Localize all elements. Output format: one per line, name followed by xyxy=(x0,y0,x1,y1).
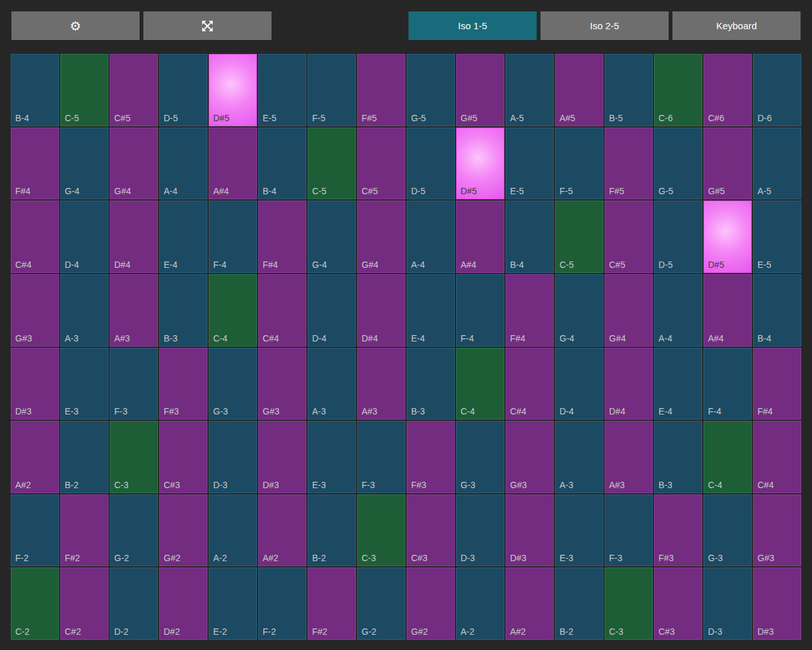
note-pad-F#2[interactable]: F#2 xyxy=(308,567,356,640)
note-pad-E-4[interactable]: E-4 xyxy=(654,348,702,420)
note-pad-D#5[interactable]: D#5 xyxy=(456,128,504,200)
note-pad-F-5[interactable]: F-5 xyxy=(555,128,603,200)
note-pad-C#4[interactable]: C#4 xyxy=(11,201,59,273)
note-pad-E-3[interactable]: E-3 xyxy=(555,494,603,567)
note-pad-A#3[interactable]: A#3 xyxy=(357,348,405,420)
note-pad-A-2[interactable]: A-2 xyxy=(456,567,504,640)
note-pad-B-2[interactable]: B-2 xyxy=(60,421,108,493)
note-pad-F-5[interactable]: F-5 xyxy=(308,54,356,126)
note-pad-B-5[interactable]: B-5 xyxy=(605,54,653,126)
tab-iso-2-5[interactable]: Iso 2-5 xyxy=(540,11,669,40)
note-pad-F-2[interactable]: F-2 xyxy=(258,567,306,640)
note-pad-C-2[interactable]: C-2 xyxy=(11,567,59,640)
note-pad-F-4[interactable]: F-4 xyxy=(209,201,257,273)
note-pad-E-3[interactable]: E-3 xyxy=(60,348,108,420)
note-pad-D-3[interactable]: D-3 xyxy=(704,567,752,640)
note-pad-G#2[interactable]: G#2 xyxy=(159,494,207,567)
note-pad-C-4[interactable]: C-4 xyxy=(704,421,752,493)
note-pad-C#2[interactable]: C#2 xyxy=(60,567,108,640)
note-pad-B-4[interactable]: B-4 xyxy=(258,128,306,200)
note-pad-D#4[interactable]: D#4 xyxy=(110,201,158,273)
note-pad-A#2[interactable]: A#2 xyxy=(11,421,59,493)
note-pad-C-4[interactable]: C-4 xyxy=(456,348,504,420)
note-pad-C#5[interactable]: C#5 xyxy=(110,54,158,126)
note-pad-F-4[interactable]: F-4 xyxy=(456,274,504,347)
note-pad-C#5[interactable]: C#5 xyxy=(357,128,405,200)
note-pad-E-5[interactable]: E-5 xyxy=(258,54,306,126)
note-pad-G-2[interactable]: G-2 xyxy=(110,494,158,567)
note-pad-B-4[interactable]: B-4 xyxy=(753,274,801,347)
note-pad-F-2[interactable]: F-2 xyxy=(11,494,59,567)
note-pad-D-4[interactable]: D-4 xyxy=(308,274,356,347)
note-pad-F-4[interactable]: F-4 xyxy=(704,348,752,420)
note-pad-D-3[interactable]: D-3 xyxy=(456,494,504,567)
note-pad-C-3[interactable]: C-3 xyxy=(357,494,405,567)
note-pad-D#4[interactable]: D#4 xyxy=(357,274,405,347)
note-pad-B-2[interactable]: B-2 xyxy=(555,567,603,640)
note-pad-E-3[interactable]: E-3 xyxy=(308,421,356,493)
note-pad-B-3[interactable]: B-3 xyxy=(407,348,455,420)
note-pad-D#5[interactable]: D#5 xyxy=(209,54,257,126)
note-pad-F#3[interactable]: F#3 xyxy=(159,348,207,420)
note-pad-C#4[interactable]: C#4 xyxy=(506,348,554,420)
note-pad-B-4[interactable]: B-4 xyxy=(11,54,59,126)
note-pad-B-2[interactable]: B-2 xyxy=(308,494,356,567)
note-pad-A#4[interactable]: A#4 xyxy=(456,201,504,273)
note-pad-D#3[interactable]: D#3 xyxy=(506,494,554,567)
note-pad-B-3[interactable]: B-3 xyxy=(654,421,702,493)
note-pad-A#3[interactable]: A#3 xyxy=(110,274,158,347)
note-pad-A-2[interactable]: A-2 xyxy=(209,494,257,567)
note-pad-A#5[interactable]: A#5 xyxy=(555,54,603,126)
note-pad-C#3[interactable]: C#3 xyxy=(654,567,702,640)
note-pad-E-4[interactable]: E-4 xyxy=(159,201,207,273)
settings-button[interactable]: ⚙ xyxy=(11,11,140,40)
note-pad-A-4[interactable]: A-4 xyxy=(407,201,455,273)
note-pad-G-3[interactable]: G-3 xyxy=(704,494,752,567)
note-pad-F#3[interactable]: F#3 xyxy=(654,494,702,567)
note-pad-C#6[interactable]: C#6 xyxy=(704,54,752,126)
note-pad-C-4[interactable]: C-4 xyxy=(209,274,257,347)
note-pad-C-5[interactable]: C-5 xyxy=(555,201,603,273)
note-pad-E-5[interactable]: E-5 xyxy=(506,128,554,200)
note-pad-G-4[interactable]: G-4 xyxy=(555,274,603,347)
note-pad-A-4[interactable]: A-4 xyxy=(654,274,702,347)
note-pad-D-5[interactable]: D-5 xyxy=(654,201,702,273)
note-pad-B-3[interactable]: B-3 xyxy=(159,274,207,347)
note-pad-F#2[interactable]: F#2 xyxy=(60,494,108,567)
note-pad-C#3[interactable]: C#3 xyxy=(159,421,207,493)
note-pad-D#3[interactable]: D#3 xyxy=(753,567,801,640)
note-pad-F-3[interactable]: F-3 xyxy=(110,348,158,420)
note-pad-D-5[interactable]: D-5 xyxy=(159,54,207,126)
note-pad-A-3[interactable]: A-3 xyxy=(308,348,356,420)
note-pad-G#4[interactable]: G#4 xyxy=(605,274,653,347)
note-pad-G-2[interactable]: G-2 xyxy=(357,567,405,640)
note-pad-G-5[interactable]: G-5 xyxy=(407,54,455,126)
note-pad-G-3[interactable]: G-3 xyxy=(209,348,257,420)
note-pad-D#5[interactable]: D#5 xyxy=(704,201,752,273)
note-pad-D-6[interactable]: D-6 xyxy=(753,54,801,126)
note-pad-E-4[interactable]: E-4 xyxy=(407,274,455,347)
note-pad-F-3[interactable]: F-3 xyxy=(605,494,653,567)
note-pad-G-5[interactable]: G-5 xyxy=(654,128,702,200)
note-pad-F#4[interactable]: F#4 xyxy=(506,274,554,347)
fullscreen-button[interactable] xyxy=(143,11,272,40)
note-pad-D-4[interactable]: D-4 xyxy=(60,201,108,273)
note-pad-F#5[interactable]: F#5 xyxy=(605,128,653,200)
note-pad-C-5[interactable]: C-5 xyxy=(308,128,356,200)
note-pad-A-3[interactable]: A-3 xyxy=(555,421,603,493)
note-pad-D-5[interactable]: D-5 xyxy=(407,128,455,200)
note-pad-A-5[interactable]: A-5 xyxy=(506,54,554,126)
note-pad-G#5[interactable]: G#5 xyxy=(456,54,504,126)
note-pad-C-6[interactable]: C-6 xyxy=(654,54,702,126)
note-pad-G#3[interactable]: G#3 xyxy=(258,348,306,420)
note-pad-G-4[interactable]: G-4 xyxy=(60,128,108,200)
note-pad-E-2[interactable]: E-2 xyxy=(209,567,257,640)
note-pad-F#4[interactable]: F#4 xyxy=(11,128,59,200)
note-pad-A#4[interactable]: A#4 xyxy=(704,274,752,347)
note-pad-A#2[interactable]: A#2 xyxy=(506,567,554,640)
note-pad-A-4[interactable]: A-4 xyxy=(159,128,207,200)
note-pad-G#4[interactable]: G#4 xyxy=(110,128,158,200)
note-pad-A#3[interactable]: A#3 xyxy=(605,421,653,493)
note-pad-F-3[interactable]: F-3 xyxy=(357,421,405,493)
note-pad-C-3[interactable]: C-3 xyxy=(605,567,653,640)
